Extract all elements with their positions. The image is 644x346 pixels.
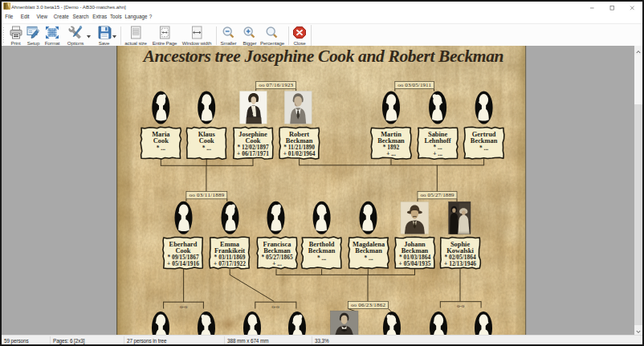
svg-text:+ 05/14/1916: + 05/14/1916 (167, 260, 199, 267)
svg-text:Beckman: Beckman (471, 137, 498, 145)
svg-text:+ 07/17/1922: + 07/17/1922 (214, 260, 246, 267)
svg-text:* ...: * ... (317, 254, 326, 262)
svg-text:oo 03/11/1889: oo 03/11/1889 (189, 192, 224, 198)
svg-text:+ 12/13/1946: + 12/13/1946 (444, 260, 476, 267)
svg-text:Beckman: Beckman (355, 247, 382, 254)
svg-text:* ...: * ... (157, 145, 165, 152)
svg-text:+ 05/04/1935: + 05/04/1935 (399, 260, 431, 267)
svg-text:oo 06/23/1862: oo 06/23/1862 (351, 302, 386, 308)
svg-text:* ...: * ... (479, 145, 488, 152)
svg-text:oo 07/16/1923: oo 07/16/1923 (259, 82, 293, 88)
svg-text:Cook: Cook (199, 137, 214, 145)
svg-text:+ 01/02/1964: + 01/02/1964 (283, 151, 316, 158)
svg-text:+ ...: + ... (272, 260, 282, 267)
svg-text:* ...: * ... (202, 145, 211, 152)
svg-text:+ ...: + ... (386, 151, 396, 158)
svg-text:* ...: * ... (365, 254, 373, 262)
svg-text:Cook: Cook (153, 137, 169, 145)
svg-text:o-o: o-o (271, 303, 279, 309)
svg-text:+ 06/17/1971: + 06/17/1971 (237, 151, 269, 158)
svg-text:oo 05/27/1889: oo 05/27/1889 (421, 192, 455, 198)
svg-text:o-o: o-o (457, 303, 465, 308)
svg-text:o-o: o-o (180, 303, 188, 309)
svg-text:Ancestors tree Josephine Cook: Ancestors tree Josephine Cook and Robert… (142, 47, 504, 66)
svg-text:Beckman: Beckman (308, 247, 336, 254)
svg-text:oo 03/05/1911: oo 03/05/1911 (397, 82, 431, 88)
svg-text:+ ...: + ... (433, 151, 442, 158)
